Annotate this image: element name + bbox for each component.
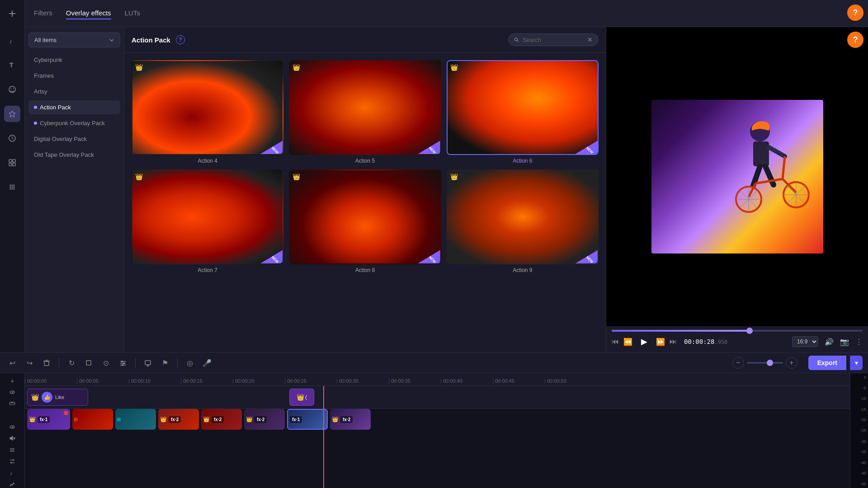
svg-point-20 [14,187,15,188]
undo-button[interactable]: ↩ [5,356,19,370]
svg-point-16 [12,185,13,186]
add-track-button[interactable]: + [6,377,19,385]
svg-rect-45 [44,361,49,366]
sidebar-item-artsy[interactable]: Artsy [28,84,120,99]
zoom-in-button[interactable]: + [786,357,797,369]
export-button[interactable]: Export [808,356,846,370]
timeline-left-icons: + ♪ [0,373,25,488]
track-fx-button[interactable] [6,480,19,488]
target-button[interactable]: ◎ [183,356,197,370]
sticker-clip-like[interactable]: 👑 👍 Like [27,389,88,406]
svg-marker-62 [10,436,13,441]
all-items-dropdown[interactable]: All items [28,33,120,47]
sidebar-item-old-tape[interactable]: Old Tape Overlay Pack [28,148,120,162]
tab-luts[interactable]: LUTs [125,7,140,19]
svg-point-24 [515,38,518,41]
grid-icon[interactable] [4,179,20,195]
sidebar-item-digital-overlay[interactable]: Digital Overlay Pack [28,132,120,146]
svg-text:♪: ♪ [9,38,12,45]
aspect-ratio-select[interactable]: 16:9 9:16 1:1 [792,336,818,347]
progress-bar[interactable] [612,330,863,332]
redo2-button[interactable]: ↻ [65,356,78,370]
track-eye2-button[interactable] [6,423,19,431]
timeline-tracks[interactable]: 👑 👍 Like 👑 ( 👑 fx·1 [25,386,850,488]
sidebar-item-cyberpunk[interactable]: Cyberpunk [28,53,120,67]
clip-2[interactable]: ⊞ [72,409,113,430]
clip-7[interactable]: fx·1 [287,409,328,430]
effects-help-icon[interactable]: ? [176,35,185,44]
clip-5[interactable]: 👑 fx·2 [201,409,242,430]
effect-thumb-action6: 👑 NEW [447,60,599,155]
effects-icon[interactable] [4,106,20,122]
clip-1[interactable]: 👑 fx·1 [27,409,70,430]
speed-button[interactable]: ⊙ [99,356,113,370]
clip-8[interactable]: 👑 fx·2 [330,409,371,430]
screen-button[interactable] [141,356,155,370]
action-pack-label: Action Pack [40,104,71,111]
track-settings-button[interactable] [6,457,19,465]
clip6-crown: 👑 [246,416,253,422]
crown-action4: 👑 [135,64,143,71]
track-list-button[interactable] [6,446,19,454]
eq-button[interactable] [116,356,130,370]
main-layout: ♪ T All items Cyberpunk Frames [0,27,868,352]
delete-button[interactable] [40,356,53,370]
mic-button[interactable]: 🎤 [200,356,214,370]
effect-card-action9[interactable]: 👑 NEW Action 9 [447,169,599,273]
skip-to-end-button[interactable]: ⏭ [670,338,677,346]
effect-thumb-action5: 👑 NEW [289,60,441,155]
category-sidebar: All items Cyberpunk Frames Artsy Action … [25,27,124,352]
clip-4[interactable]: 👑 fx·2 [158,409,199,430]
effect-card-action7[interactable]: 👑 NEW Action 7 [132,169,283,273]
crop-button[interactable] [82,356,95,370]
tab-filters[interactable]: Filters [34,7,52,19]
music-icon[interactable]: ♪ [4,33,20,49]
puzzle-icon[interactable] [4,155,20,171]
clip-6[interactable]: 👑 fx·2 [244,409,285,430]
play-button[interactable]: ▶ [637,334,651,349]
icon-sidebar: ♪ T [0,27,25,352]
skip-to-start-button[interactable]: ⏮ [612,338,619,346]
crown-action9: 👑 [450,173,458,180]
track-eye-button[interactable] [6,388,19,396]
search-clear-icon[interactable]: ✕ [587,36,593,43]
divider-2 [135,358,136,367]
playhead[interactable] [323,386,324,488]
track-mute-button[interactable] [6,435,19,442]
effect-card-action6[interactable]: 👑 NEW Action 6 [447,60,599,164]
flag-button[interactable]: ⚑ [158,356,172,370]
sticker-icon[interactable] [4,81,20,98]
add-icon[interactable] [4,5,20,22]
vu-meter: 0 -5 -10 -15 -20 -25 -30 -35 -40 -45 -50 [850,373,868,488]
vu-level-3: -15 [860,407,866,412]
controls-row: ⏮ ⏪ ▶ ⏩ ⏭ 00:00:28.950 16:9 9:16 1:1 🔊 📷… [612,334,863,349]
clip-3[interactable]: ⊞ [115,409,156,430]
zoom-out-button[interactable]: − [732,357,744,369]
redo-button[interactable]: ↪ [23,356,36,370]
effect-card-action8[interactable]: 👑 NEW Action 8 [289,169,441,273]
clip8-fx: fx·2 [340,416,353,423]
effect-card-action5[interactable]: 👑 NEW Action 5 [289,60,441,164]
search-input[interactable] [523,37,584,43]
track-audio-button[interactable]: ♪ [6,469,19,476]
volume-button[interactable]: 🔊 [825,338,834,346]
snapshot-button[interactable]: 📷 [840,338,849,346]
sidebar-item-action-pack[interactable]: Action Pack [28,100,120,114]
effect-thumb-action7: 👑 NEW [132,169,283,264]
step-forward-button[interactable]: ⏩ [656,338,665,346]
text-icon[interactable]: T [4,57,20,73]
tab-overlay-effects[interactable]: Overlay effects [66,7,111,19]
effect-label-action6: Action 6 [513,158,532,164]
clock-icon[interactable] [4,130,20,146]
help-circle-icon[interactable]: ? [847,32,863,48]
effect-card-action4[interactable]: 👑 NEW Action 4 [132,60,283,164]
track-link-button[interactable] [6,400,19,408]
step-back-button[interactable]: ⏪ [623,338,632,346]
overlay-purple-clip[interactable]: 👑 ( [289,389,314,406]
sidebar-item-frames[interactable]: Frames [28,69,120,83]
more-options-button[interactable]: ⋮ [855,338,863,346]
sidebar-item-cyberpunk-overlay[interactable]: Cyberpunk Overlay Pack [28,116,120,130]
export-dropdown-button[interactable]: ▾ [850,356,863,370]
zoom-slider[interactable] [747,362,783,364]
zoom-thumb [767,360,773,366]
